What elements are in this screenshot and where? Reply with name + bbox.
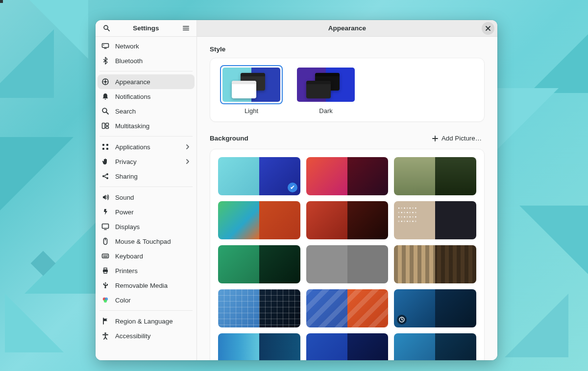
access-icon (101, 332, 109, 340)
sidebar-item-label: Power (115, 209, 134, 216)
apps-icon (101, 143, 109, 151)
sidebar-header: Settings (96, 20, 196, 37)
svg-rect-2 (102, 44, 109, 47)
sidebar-item-label: Applications (115, 143, 150, 151)
hand-icon (101, 158, 109, 165)
sidebar-item-appearance[interactable]: Appearance (98, 74, 195, 89)
color-icon (101, 296, 109, 304)
sidebar-item-accessibility[interactable]: Accessibility (98, 328, 195, 343)
style-card: LightDark (210, 58, 485, 122)
sidebar-item-bluetooth[interactable]: Bluetooth (98, 53, 195, 68)
sidebar-item-label: Removable Media (115, 282, 168, 289)
search-button[interactable] (99, 22, 113, 35)
wallpaper-w4[interactable] (218, 201, 300, 239)
close-icon (485, 25, 491, 31)
sidebar-item-notifications[interactable]: Notifications (98, 89, 195, 104)
sidebar-item-label: Region & Language (115, 318, 173, 325)
color-icon (101, 296, 109, 304)
svg-rect-12 (106, 144, 108, 146)
style-option-dark[interactable]: Dark (294, 65, 357, 115)
hand-icon (101, 158, 109, 165)
sidebar-item-sharing[interactable]: Sharing (98, 169, 195, 184)
svg-rect-24 (104, 272, 107, 274)
svg-point-15 (102, 175, 104, 177)
wallpaper-w5[interactable] (306, 201, 389, 239)
wallpaper-w10[interactable] (218, 289, 300, 327)
svg-point-17 (106, 177, 108, 179)
wallpaper-w2[interactable] (306, 157, 389, 195)
svg-line-7 (106, 112, 108, 114)
hamburger-icon (182, 24, 190, 32)
sidebar-item-region[interactable]: Region & Language (98, 314, 195, 328)
wallpaper-w13[interactable] (218, 333, 300, 360)
flag-icon (101, 317, 109, 325)
sidebar-item-search[interactable]: Search (98, 104, 195, 118)
wallpaper-w12[interactable] (394, 289, 476, 327)
sidebar-item-multitasking[interactable]: Multitasking (98, 118, 195, 133)
wallpaper-w15[interactable] (394, 333, 476, 360)
menu-button[interactable] (179, 22, 193, 35)
style-section-label: Style (210, 46, 485, 53)
flag-icon (101, 317, 109, 325)
sidebar-item-applications[interactable]: Applications (98, 139, 195, 154)
svg-rect-23 (104, 268, 107, 270)
wallpaper-w3[interactable] (394, 157, 476, 195)
settings-window: Settings NetworkBluetoothAppearanceNotif… (96, 20, 497, 360)
separator (99, 136, 193, 137)
keyboard-icon (101, 252, 109, 260)
sidebar-item-label: Multitasking (115, 122, 149, 130)
sidebar-list[interactable]: NetworkBluetoothAppearanceNotificationsS… (96, 37, 196, 360)
close-button[interactable] (482, 22, 494, 35)
sidebar-item-network[interactable]: Network (98, 39, 195, 53)
separator (99, 71, 193, 71)
svg-point-16 (106, 173, 108, 175)
sidebar-item-privacy[interactable]: Privacy (98, 154, 195, 169)
sidebar-item-label: Accessibility (115, 332, 150, 340)
search-icon (101, 107, 109, 115)
sidebar-item-label: Sharing (115, 173, 138, 180)
sidebar-item-keyboard[interactable]: Keyboard (98, 249, 195, 263)
style-option-label: Dark (319, 107, 332, 115)
svg-rect-8 (102, 123, 105, 129)
wallpaper-w11[interactable] (306, 289, 389, 327)
wallpaper-w6[interactable]: ▪ ▫ ▪ ▫ ▪ ▫ ▪ ▫ ▪ ▫ ▪ ▫ ▪ ▫ ▪ ▫ ▪ ▫ ▪ ▫ … (394, 201, 476, 239)
sidebar-item-label: Notifications (115, 93, 150, 100)
wallpaper-w7[interactable] (218, 245, 300, 283)
sidebar-item-displays[interactable]: Displays (98, 219, 195, 234)
sound-icon (101, 193, 109, 201)
wallpaper-w1[interactable]: ✔ (218, 157, 300, 195)
appearance-icon (101, 78, 109, 86)
sidebar-item-color[interactable]: Color (98, 293, 195, 307)
plus-icon (432, 135, 439, 142)
printer-icon (101, 267, 109, 275)
wallpaper-w8[interactable] (306, 245, 389, 283)
keyboard-icon (101, 252, 109, 260)
sidebar-item-label: Displays (115, 223, 140, 231)
sidebar-item-power[interactable]: Power (98, 205, 195, 219)
sidebar-item-label: Color (115, 297, 131, 304)
sidebar-item-sound[interactable]: Sound (98, 190, 195, 205)
power-icon (101, 208, 109, 216)
access-icon (101, 332, 109, 340)
sidebar-item-mouse[interactable]: Mouse & Touchpad (98, 234, 195, 249)
bell-icon (101, 93, 109, 100)
wallpaper-w9[interactable] (394, 245, 476, 283)
sidebar-item-printers[interactable]: Printers (98, 263, 195, 278)
content-body[interactable]: Style LightDark Background Add Picture… … (197, 37, 497, 360)
style-thumb-light (220, 65, 283, 104)
appearance-icon (101, 78, 109, 86)
page-title: Appearance (213, 24, 482, 32)
svg-line-1 (107, 29, 109, 31)
style-thumb-dark (294, 65, 357, 104)
display-icon (101, 42, 109, 50)
svg-rect-14 (106, 148, 108, 150)
svg-point-27 (104, 300, 107, 302)
bluetooth-icon (101, 57, 109, 65)
sidebar-item-label: Keyboard (115, 253, 143, 260)
wallpaper-w14[interactable] (306, 333, 389, 360)
sidebar-item-removable[interactable]: Removable Media (98, 278, 195, 293)
style-option-label: Light (245, 107, 258, 115)
style-option-light[interactable]: Light (220, 65, 283, 115)
background-section-label: Background (210, 135, 248, 142)
add-picture-button[interactable]: Add Picture… (429, 133, 485, 144)
